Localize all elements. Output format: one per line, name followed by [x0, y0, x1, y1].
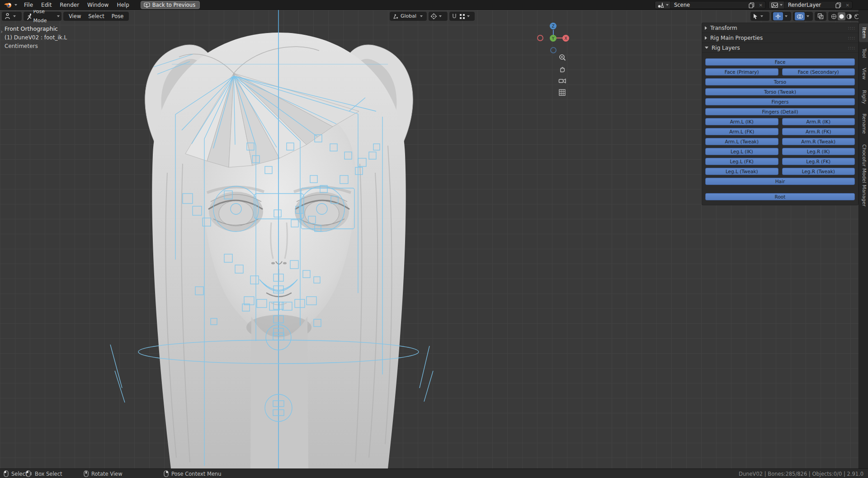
chevron-down-icon — [57, 15, 60, 17]
pivot-point-dropdown[interactable] — [429, 12, 448, 21]
remove-view-layer-button[interactable]: ✕ — [843, 3, 852, 8]
shading-material-button[interactable] — [845, 12, 853, 20]
rig-layer-button[interactable]: Hair — [705, 178, 855, 185]
tab-item[interactable]: Item — [859, 24, 868, 42]
rig-root-button[interactable]: Root — [705, 193, 855, 200]
menu-pose[interactable]: Pose — [108, 12, 127, 21]
unlink-scene-button[interactable]: ✕ — [756, 3, 765, 8]
hint-rotate-view: Rotate View — [84, 469, 123, 478]
chevron-down-icon — [13, 15, 16, 17]
gizmo-axis-z-negative[interactable] — [550, 47, 557, 53]
object-visibility-dropdown[interactable] — [750, 12, 769, 21]
rig-layer-button[interactable]: Arm.R (FK) — [782, 128, 855, 135]
chevron-down-icon — [785, 15, 788, 17]
gizmo-axis-x-negative[interactable] — [537, 35, 543, 41]
snap-settings-icon[interactable] — [459, 14, 465, 19]
scene-selector[interactable]: Scene ✕ — [655, 1, 766, 9]
tab-tool[interactable]: Tool — [859, 45, 868, 62]
toggle-xray-button[interactable] — [815, 12, 826, 21]
menu-window[interactable]: Window — [83, 0, 113, 10]
scene-browse-button[interactable] — [655, 1, 670, 9]
show-overlays-toggle[interactable] — [793, 12, 813, 21]
menu-file[interactable]: File — [20, 0, 37, 10]
menu-render[interactable]: Render — [56, 0, 83, 10]
pan-hand-icon[interactable] — [558, 65, 566, 73]
shading-wireframe-button[interactable] — [830, 12, 838, 20]
view-layer-browse-button[interactable] — [769, 1, 784, 9]
drag-handle-icon[interactable]: :::: — [848, 46, 855, 50]
camera-view-icon[interactable] — [558, 77, 566, 85]
tab-rigify[interactable]: Rigify — [859, 86, 868, 108]
drag-handle-icon[interactable]: :::: — [848, 36, 855, 40]
rig-layer-button[interactable]: Torso — [705, 78, 855, 85]
gizmo-axis-z-positive[interactable]: Z — [550, 23, 557, 29]
view-name-label: Front Orthographic — [5, 25, 67, 32]
rig-layer-button[interactable]: Face — [705, 58, 855, 66]
scene-name-value[interactable]: Scene — [670, 2, 747, 8]
tab-chocofur-model-manager[interactable]: Chocofur Model Manager — [859, 141, 868, 210]
transform-orientation-dropdown[interactable]: Global — [390, 12, 427, 21]
show-gizmo-toggle[interactable] — [771, 12, 791, 21]
menu-view[interactable]: View — [65, 12, 85, 21]
section-rig-layers[interactable]: Rig Layers :::: — [702, 43, 858, 53]
expanded-arrow-icon — [705, 47, 708, 49]
rig-layer-button[interactable]: Fingers (Detail) — [705, 108, 855, 115]
chevron-down-icon — [666, 4, 669, 6]
chevron-down-icon — [467, 15, 470, 17]
mouse-left-click-icon — [4, 470, 9, 477]
back-to-previous-button[interactable]: Back to Previous — [141, 1, 200, 9]
rig-layer-button[interactable]: Leg.L (FK) — [705, 158, 778, 165]
rig-layers-grid: Face Face (Primary) Face (Secondary) Tor… — [702, 53, 858, 187]
drag-handle-icon[interactable]: :::: — [848, 26, 855, 30]
toolbar-expand-arrow[interactable]: › — [0, 28, 3, 35]
view-layer-name-value[interactable]: RenderLayer — [784, 2, 834, 8]
collapsed-arrow-icon — [705, 36, 707, 40]
rig-layer-button[interactable]: Arm.R (IK) — [782, 118, 855, 125]
rig-layer-button[interactable]: Face (Secondary) — [782, 68, 855, 76]
new-view-layer-button[interactable] — [834, 1, 843, 9]
snap-magnet-icon[interactable] — [451, 13, 458, 19]
render-layer-icon — [771, 2, 778, 8]
active-object-label: (1) DuneV02 : foot_ik.L — [5, 34, 67, 41]
collapsed-arrow-icon — [705, 26, 707, 30]
navigation-gizmo[interactable]: Z Y X — [536, 21, 571, 55]
orientation-axes-icon — [392, 13, 399, 19]
zoom-icon[interactable] — [558, 53, 566, 62]
section-transform[interactable]: Transform :::: — [702, 23, 858, 33]
section-transform-label: Transform — [710, 25, 737, 31]
rig-layer-button[interactable]: Leg.R (FK) — [782, 158, 855, 165]
view-layer-selector[interactable]: RenderLayer ✕ — [769, 1, 853, 9]
rig-layer-button[interactable]: Face (Primary) — [705, 68, 778, 76]
pivot-point-icon — [430, 13, 437, 19]
tab-rename[interactable]: Rename — [859, 110, 868, 137]
mode-dropdown[interactable]: Pose Mode — [24, 12, 61, 21]
menu-select[interactable]: Select — [85, 12, 108, 21]
rig-layer-button[interactable]: Arm.L (FK) — [705, 128, 778, 135]
gizmo-axis-y-positive[interactable]: Y — [550, 35, 557, 42]
menu-help[interactable]: Help — [113, 0, 133, 10]
rig-layer-button[interactable]: Leg.L (Tweak) — [705, 168, 778, 175]
blender-app-menu[interactable] — [0, 2, 20, 8]
rig-layer-button[interactable]: Leg.L (IK) — [705, 148, 778, 155]
rig-layer-button[interactable]: Arm.L (IK) — [705, 118, 778, 125]
rig-layer-button[interactable]: Leg.R (Tweak) — [782, 168, 855, 175]
rig-layer-button[interactable]: Fingers — [705, 98, 855, 105]
new-scene-button[interactable] — [747, 1, 756, 9]
editor-type-selector[interactable] — [2, 12, 22, 21]
rig-layer-button[interactable]: Arm.R (Tweak) — [782, 138, 855, 145]
rig-layer-button[interactable]: Leg.R (IK) — [782, 148, 855, 155]
back-to-previous-label: Back to Previous — [152, 2, 195, 8]
section-rig-main-properties[interactable]: Rig Main Properties :::: — [702, 33, 858, 43]
tab-view[interactable]: View — [859, 64, 868, 83]
toggle-ortho-grid-icon[interactable] — [558, 89, 566, 97]
menu-edit[interactable]: Edit — [37, 0, 56, 10]
rig-layer-button[interactable]: Arm.L (Tweak) — [705, 138, 778, 145]
overlays-icon — [797, 14, 803, 19]
chevron-down-icon — [420, 15, 423, 17]
cursor-arrow-icon — [752, 13, 759, 19]
section-rig-layers-label: Rig Layers — [712, 45, 740, 51]
gizmo-axis-x-positive[interactable]: X — [562, 35, 569, 42]
shading-solid-button[interactable] — [838, 12, 845, 20]
rig-layer-button[interactable]: Torso (Tweak) — [705, 88, 855, 95]
section-rig-main-label: Rig Main Properties — [710, 35, 763, 41]
